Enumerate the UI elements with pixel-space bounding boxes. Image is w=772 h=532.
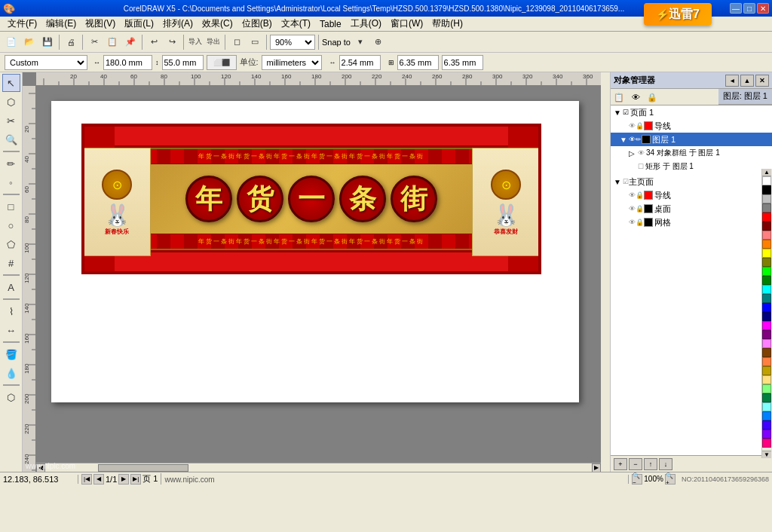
tree-row-layer1[interactable]: ▼ 👁 ✏ 图层 1	[611, 133, 772, 146]
del-layer-btn[interactable]: −	[629, 458, 642, 470]
canvas-scroll[interactable]: 年货一条街年货一条街年货一条街年货一条街年货一条街年货一条街 年货一条街年货一条…	[36, 86, 601, 463]
menu-window[interactable]: 窗口(W)	[386, 17, 427, 31]
lock-guide1[interactable]: 🔒	[636, 122, 644, 130]
palette-color-#ff0000[interactable]	[762, 212, 771, 222]
palette-scroll-down[interactable]: ▼	[762, 451, 771, 458]
toggle-page1[interactable]: ▼	[614, 109, 623, 117]
maximize-button[interactable]: □	[743, 3, 755, 14]
panel-tab-eye[interactable]: 👁	[627, 89, 644, 105]
horizontal-scrollbar[interactable]: ◀ ▶	[36, 463, 601, 472]
toggle-group34[interactable]: ▷	[629, 149, 638, 157]
palette-color-#ff00ff[interactable]	[762, 321, 771, 330]
crop-tool[interactable]: ✂	[2, 112, 20, 130]
snap-icon[interactable]: ⊕	[370, 34, 387, 50]
palette-scroll-up[interactable]: ▲	[762, 169, 771, 176]
lock-network[interactable]: 🔒	[636, 219, 644, 226]
palette-color-#80ff80[interactable]	[762, 384, 771, 393]
menu-edit[interactable]: 编辑(E)	[41, 17, 81, 31]
obj-btn[interactable]: ◻	[228, 34, 245, 50]
save-btn[interactable]: 💾	[39, 34, 56, 50]
palette-color-#80ffff[interactable]	[762, 402, 771, 411]
eye-guide1[interactable]: 👁	[629, 122, 636, 130]
tree-row-network[interactable]: 👁 🔒 网格	[611, 216, 772, 229]
menu-table[interactable]: Table	[315, 18, 346, 30]
freehand-tool[interactable]: ✏	[2, 154, 20, 173]
menu-file[interactable]: 文件(F)	[3, 17, 41, 31]
undo-btn[interactable]: ↩	[146, 34, 162, 50]
first-page-btn[interactable]: |◀	[81, 474, 92, 485]
panel-tab-layers[interactable]: 📋	[611, 89, 627, 105]
palette-color-#ff8000[interactable]	[762, 240, 771, 249]
connector-tool[interactable]: ⌇	[2, 302, 20, 320]
scroll-right-btn[interactable]: ▶	[592, 463, 601, 472]
redo-btn[interactable]: ↪	[164, 34, 180, 50]
palette-color-#00ff00[interactable]	[762, 267, 771, 276]
palette-color-#800080[interactable]	[762, 330, 771, 339]
move-down-btn[interactable]: ↓	[659, 458, 672, 470]
palette-color-#808000[interactable]	[762, 258, 771, 267]
shape-tool[interactable]: ⬡	[2, 93, 20, 111]
lock-layer1[interactable]: ✏	[636, 136, 642, 143]
cut-btn[interactable]: ✂	[86, 34, 103, 50]
minimize-button[interactable]: —	[730, 3, 742, 14]
palette-color-#000080[interactable]	[762, 312, 771, 321]
menu-layout[interactable]: 版面(L)	[120, 17, 158, 31]
menu-text[interactable]: 文本(T)	[277, 17, 315, 31]
open-btn[interactable]: 📂	[21, 34, 38, 50]
menu-help[interactable]: 帮助(H)	[427, 17, 467, 31]
panel-tab-lock[interactable]: 🔒	[644, 89, 660, 105]
lock-guide2[interactable]: 🔒	[636, 191, 644, 199]
smart-draw-tool[interactable]: ◦	[2, 173, 20, 191]
menu-view[interactable]: 视图(V)	[81, 17, 120, 31]
rect-btn[interactable]: ▭	[247, 34, 263, 50]
export-btn[interactable]: 导出	[205, 34, 222, 50]
xunlei-badge[interactable]: ⚡ 迅雷7	[644, 3, 712, 26]
toggle-layer1[interactable]: ▼	[620, 136, 629, 144]
eye-network[interactable]: 👁	[629, 219, 636, 226]
checkbox-page1[interactable]: ☑	[623, 109, 629, 116]
palette-color-#ff8080[interactable]	[762, 231, 771, 240]
palette-color-#0080ff[interactable]	[762, 411, 771, 420]
palette-color-#ffe080[interactable]	[762, 375, 771, 384]
new-btn[interactable]: 📄	[3, 34, 20, 50]
move-up-btn[interactable]: ↑	[644, 458, 657, 470]
zoom-in-btn[interactable]: 🔍+	[665, 474, 676, 485]
menu-effects[interactable]: 效果(C)	[198, 17, 237, 31]
print-btn[interactable]: 🖨	[63, 34, 79, 50]
checkbox-mainpage[interactable]: ☑	[623, 178, 629, 185]
menu-arrange[interactable]: 排列(A)	[158, 17, 198, 31]
tree-row-guide1[interactable]: 👁 🔒 导线	[611, 119, 772, 133]
panel-close-btn[interactable]: ✕	[755, 75, 769, 87]
polygon-tool[interactable]: ⬠	[2, 235, 20, 253]
tree-row-guide2[interactable]: 👁 🔒 导线	[611, 188, 772, 202]
menu-tools[interactable]: 工具(O)	[346, 17, 386, 31]
close-button[interactable]: ✕	[757, 3, 769, 14]
dimension-tool[interactable]: ↔	[2, 321, 20, 339]
ellipse-tool[interactable]: ○	[2, 216, 20, 234]
width-input[interactable]	[103, 55, 152, 70]
palette-color-#c0a000[interactable]	[762, 366, 771, 375]
palette-color-#ffff00[interactable]	[762, 249, 771, 258]
text-tool[interactable]: A	[2, 278, 20, 296]
tree-row-page1[interactable]: ▼ ☑ 页面 1	[611, 105, 772, 119]
import-btn[interactable]: 导入	[187, 34, 204, 50]
palette-color-#c0c0c0[interactable]	[762, 194, 771, 203]
palette-color-#008040[interactable]	[762, 393, 771, 402]
eye-rect1[interactable]: ☐	[638, 163, 644, 170]
height-input[interactable]	[162, 55, 204, 70]
tree-row-group34[interactable]: ▷ 👁 34 对象群组 于 图层 1	[611, 146, 772, 160]
panel-float-btn[interactable]: ▲	[740, 75, 754, 87]
snap-dropdown[interactable]: ▾	[352, 34, 369, 50]
copy-btn[interactable]: 📋	[104, 34, 121, 50]
palette-color-#8000ff[interactable]	[762, 430, 771, 439]
eye-desktop[interactable]: 👁	[629, 205, 636, 212]
gutter-h-input[interactable]	[442, 55, 483, 70]
palette-color-#000000[interactable]	[762, 185, 771, 194]
palette-color-#ff80ff[interactable]	[762, 339, 771, 348]
last-page-btn[interactable]: ▶|	[130, 474, 141, 485]
palette-color-#008080[interactable]	[762, 294, 771, 303]
eyedrop-tool[interactable]: 💧	[2, 364, 20, 382]
preset-select[interactable]: Custom	[5, 55, 87, 70]
unit-select[interactable]: millimeters	[262, 55, 322, 70]
palette-color-#ff0080[interactable]	[762, 439, 771, 448]
